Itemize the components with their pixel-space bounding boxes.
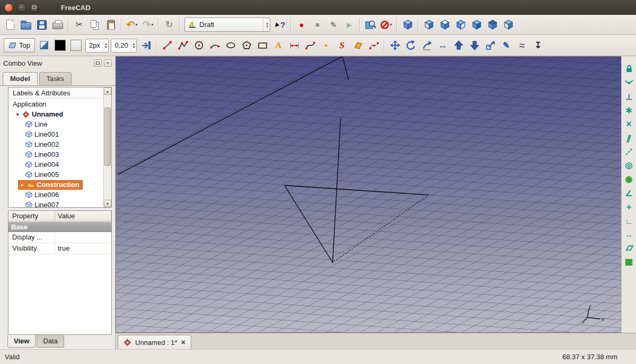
draft-rotate-button[interactable] <box>403 38 419 54</box>
snap-angle-button[interactable]: ∠ <box>623 187 635 199</box>
close-tab-icon[interactable]: × <box>181 338 186 347</box>
draft-ellipse-button[interactable] <box>223 38 238 54</box>
tree-item-line[interactable]: Line <box>8 119 111 129</box>
cut-button[interactable]: ✂ <box>71 17 87 33</box>
chevron-down-icon[interactable]: ▾ <box>390 22 392 27</box>
tree-scrollbar[interactable]: ▲ ▼ <box>103 87 111 207</box>
macro-edit-button[interactable]: ✎ <box>325 17 341 33</box>
tab-tasks[interactable]: Tasks <box>39 72 72 85</box>
scroll-up-icon[interactable]: ▲ <box>104 87 111 95</box>
fit-all-button[interactable] <box>363 17 378 33</box>
tree-item-line002[interactable]: Line002 <box>8 139 111 149</box>
combo-spin-icons[interactable]: ▴▾ <box>263 18 268 31</box>
draft-offset-button[interactable] <box>419 38 435 54</box>
draft-polygon-button[interactable] <box>238 38 254 54</box>
tree-item-line001[interactable]: Line001 <box>8 129 111 139</box>
snap-lock-button[interactable] <box>623 63 635 75</box>
snap-special-button[interactable]: ◉ <box>623 173 635 185</box>
draft-wire-to-bspline-button[interactable]: ≈ <box>514 38 530 54</box>
draft-bezier-button[interactable] <box>366 38 382 54</box>
scrollbar-thumb[interactable] <box>104 108 111 166</box>
snap-intersection-button[interactable]: × <box>623 118 635 130</box>
close-window-button[interactable] <box>4 3 13 12</box>
document-tab[interactable]: Unnamed : 1* × <box>118 335 191 349</box>
draft-upgrade-button[interactable] <box>450 38 466 54</box>
print-button[interactable] <box>50 17 66 33</box>
draft-facebinder-button[interactable] <box>350 38 366 54</box>
snap-dimensions-button[interactable]: ↔ <box>623 228 635 241</box>
rear-view-button[interactable] <box>469 17 484 33</box>
axonometric-view-button[interactable] <box>400 17 416 33</box>
snap-near-button[interactable]: + <box>623 200 635 213</box>
snap-midpoint-button[interactable] <box>623 76 635 89</box>
macro-play-button[interactable]: ▶ <box>341 17 357 33</box>
front-view-button[interactable] <box>421 17 437 33</box>
expander-open-icon[interactable]: ▾ <box>15 112 20 117</box>
tree-item-line005[interactable]: Line005 <box>8 170 111 180</box>
tree-item-line003[interactable]: Line003 <box>8 149 111 159</box>
tree-item-application[interactable]: Application <box>8 99 111 109</box>
right-view-button[interactable] <box>453 17 469 33</box>
draft-arc-button[interactable] <box>207 38 223 54</box>
scroll-down-icon[interactable]: ▼ <box>104 200 111 207</box>
draft-scale-button[interactable] <box>482 38 498 54</box>
minimize-window-button[interactable]: − <box>17 3 26 12</box>
tab-model[interactable]: Model <box>3 72 38 85</box>
tree-item-line006[interactable]: Line006 <box>8 190 111 200</box>
property-row-visibility[interactable]: Visibility true <box>8 243 111 254</box>
draft-add-point-button[interactable]: ↧ <box>530 38 546 54</box>
draft-bspline-button[interactable] <box>302 38 318 54</box>
property-row-display[interactable]: Display ... <box>8 232 111 243</box>
line-width-spinner[interactable]: 2px ▴▾ <box>85 39 109 52</box>
paste-button[interactable] <box>103 17 119 33</box>
refresh-button[interactable]: ↻ <box>161 17 177 33</box>
redo-button[interactable]: ↷▾ <box>140 17 156 33</box>
construction-mode-button[interactable] <box>37 38 52 54</box>
3d-viewport[interactable]: x z y <box>116 56 621 333</box>
draft-dimension-button[interactable] <box>286 38 302 54</box>
workbench-selector[interactable]: Draft ▴▾ <box>184 17 270 32</box>
draft-line-button[interactable] <box>159 38 175 54</box>
maximize-window-button[interactable] <box>30 3 39 12</box>
tab-view[interactable]: View <box>7 335 36 348</box>
chevron-down-icon[interactable]: ▾ <box>135 22 137 27</box>
bottom-view-button[interactable] <box>484 17 500 33</box>
draft-rectangle-button[interactable] <box>254 38 270 54</box>
tab-data[interactable]: Data <box>37 335 64 348</box>
spinner-arrows[interactable]: ▴▾ <box>103 39 109 52</box>
left-view-button[interactable] <box>500 17 516 33</box>
working-plane-button[interactable]: Top <box>4 38 35 52</box>
float-panel-button[interactable] <box>94 59 102 67</box>
new-document-button[interactable] <box>2 17 18 33</box>
tree-item-unnamed[interactable]: ▾ Unnamed <box>8 109 111 119</box>
tree-item-line007[interactable]: Line007 <box>8 200 111 208</box>
macro-stop-button[interactable]: ■ <box>310 17 325 33</box>
spinner-arrows[interactable]: ▴▾ <box>131 39 137 52</box>
apply-style-button[interactable] <box>138 38 154 54</box>
chevron-down-icon[interactable]: ▾ <box>151 22 153 27</box>
draft-shapestring-button[interactable]: S <box>334 38 350 54</box>
save-button[interactable] <box>34 17 50 33</box>
snap-center-button[interactable]: ◎ <box>623 159 635 172</box>
snap-perpendicular-button[interactable]: ⊥ <box>623 90 635 103</box>
snap-extension-button[interactable] <box>623 145 635 158</box>
toggle-grid-button[interactable]: ▦ <box>623 255 635 268</box>
tree-item-construction[interactable]: ▸ Construction <box>8 180 111 190</box>
copy-button[interactable] <box>87 17 103 33</box>
close-panel-button[interactable]: × <box>104 59 112 67</box>
draft-trimex-button[interactable]: ↔ <box>435 38 450 54</box>
top-view-button[interactable] <box>437 17 453 33</box>
draft-text-button[interactable]: A <box>270 38 286 54</box>
tree-item-line004[interactable]: Line004 <box>8 159 111 170</box>
draft-edit-button[interactable]: ✎ <box>498 38 514 54</box>
draft-move-button[interactable] <box>387 38 403 54</box>
snap-parallel-button[interactable]: ∥ <box>623 131 635 144</box>
face-color-swatch[interactable] <box>68 38 84 54</box>
line-color-swatch[interactable] <box>52 38 68 54</box>
draft-wire-button[interactable] <box>175 38 191 54</box>
draft-point-button[interactable]: ● <box>318 38 334 54</box>
expander-closed-icon[interactable]: ▸ <box>20 182 25 188</box>
property-group-base[interactable]: Base <box>8 222 111 232</box>
whats-this-button[interactable]: ? <box>272 17 288 33</box>
draft-circle-button[interactable] <box>191 38 207 54</box>
